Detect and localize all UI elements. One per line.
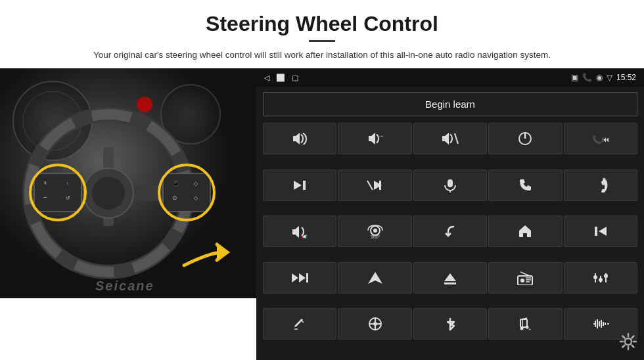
- radio-button[interactable]: [488, 262, 562, 294]
- bluetooth-button[interactable]: [413, 308, 487, 340]
- begin-learn-button[interactable]: Begin learn: [263, 92, 637, 116]
- power-button[interactable]: [488, 123, 562, 154]
- phone-prev-button[interactable]: 📞⏮: [564, 123, 637, 154]
- svg-rect-54: [518, 276, 532, 285]
- svg-text:+: +: [304, 134, 307, 139]
- settings-gear-icon[interactable]: [619, 332, 637, 355]
- svg-text:◇: ◇: [194, 195, 198, 201]
- svg-point-63: [599, 278, 603, 282]
- svg-text:360°: 360°: [371, 235, 380, 238]
- svg-marker-48: [292, 273, 298, 282]
- svg-text:📢: 📢: [302, 234, 308, 238]
- vol-up-button[interactable]: +: [263, 123, 336, 154]
- wifi-status-icon: ▽: [607, 73, 612, 82]
- vol-down-button[interactable]: −: [338, 123, 411, 154]
- svg-rect-36: [303, 181, 306, 190]
- svg-text:◇: ◇: [194, 181, 198, 187]
- microphone-button[interactable]: [413, 169, 487, 201]
- svg-marker-51: [368, 272, 382, 284]
- svg-text:📱: 📱: [172, 179, 180, 187]
- audio-output-button[interactable]: 📢: [263, 215, 336, 247]
- svg-text:⊙: ⊙: [172, 194, 177, 201]
- title-divider: [309, 40, 335, 42]
- svg-text:⏮: ⏮: [602, 135, 609, 143]
- status-bar: ◁ ⬜ ▢ ▣ 📞 ◉ ▽ 15:52: [256, 68, 644, 87]
- svg-text:+: +: [528, 327, 531, 331]
- header-section: Steering Wheel Control Your original car…: [0, 0, 644, 68]
- icon-grid: + − 📞⏮: [256, 122, 644, 360]
- svg-rect-19: [163, 173, 210, 212]
- svg-text:↺: ↺: [66, 195, 70, 201]
- android-screen: ◁ ⬜ ▢ ▣ 📞 ◉ ▽ 15:52 Begin learn: [256, 68, 644, 360]
- phone-end-button[interactable]: [564, 169, 637, 201]
- time-display: 15:52: [616, 73, 636, 82]
- page-wrapper: Steering Wheel Control Your original car…: [0, 0, 644, 360]
- edit-button[interactable]: [263, 308, 336, 340]
- svg-point-4: [137, 97, 152, 112]
- svg-rect-50: [306, 273, 308, 282]
- svg-text:−: −: [43, 194, 47, 201]
- prev-track-button[interactable]: [564, 215, 637, 247]
- svg-point-64: [604, 274, 608, 278]
- back-button[interactable]: [413, 215, 487, 247]
- svg-point-68: [373, 322, 377, 326]
- steering-wheel-image: + ↑ − ↺ 📱 ◇ ⊙ ◇ Seicane: [0, 68, 256, 298]
- svg-point-44: [373, 229, 377, 233]
- content-row: + ↑ − ↺ 📱 ◇ ⊙ ◇ Seicane: [0, 68, 644, 360]
- cancel-next-button[interactable]: [338, 169, 411, 201]
- next-track-button[interactable]: [263, 169, 336, 201]
- svg-marker-52: [444, 273, 456, 281]
- recent-icon[interactable]: ▢: [292, 74, 298, 82]
- svg-line-30: [455, 133, 458, 144]
- home-button[interactable]: [488, 215, 562, 247]
- camera-360-button[interactable]: 360°: [338, 215, 411, 247]
- svg-marker-46: [599, 227, 607, 236]
- status-right-icons: ▣ 📞 ◉ ▽ 15:52: [571, 73, 636, 82]
- svg-rect-53: [444, 282, 456, 284]
- svg-rect-40: [448, 179, 453, 187]
- vol-mute-button[interactable]: [413, 123, 487, 154]
- phone-status-icon: 📞: [582, 73, 592, 82]
- svg-text:+: +: [43, 179, 47, 187]
- equalizer-button[interactable]: [564, 262, 637, 294]
- svg-point-55: [520, 279, 524, 282]
- svg-text:Seicane: Seicane: [95, 279, 154, 293]
- location-status-icon: ◉: [596, 73, 603, 82]
- phone-call-button[interactable]: [488, 169, 562, 201]
- svg-rect-14: [34, 173, 81, 212]
- svg-rect-47: [595, 227, 597, 236]
- svg-marker-49: [299, 273, 306, 282]
- subtitle-text: Your original car's steering wheel contr…: [66, 49, 578, 62]
- back-icon[interactable]: ◁: [264, 74, 269, 82]
- svg-point-75: [520, 327, 524, 330]
- steering-control-button[interactable]: [338, 308, 411, 340]
- status-left-icons: ◁ ⬜ ▢: [264, 74, 298, 82]
- svg-line-37: [367, 181, 373, 190]
- svg-text:−: −: [380, 133, 383, 139]
- begin-learn-row: Begin learn: [256, 87, 644, 122]
- fast-forward-button[interactable]: [263, 262, 336, 294]
- eject-button[interactable]: [413, 262, 487, 294]
- svg-marker-35: [294, 181, 302, 190]
- signal-icon: ▣: [571, 73, 578, 82]
- svg-point-87: [625, 338, 632, 345]
- music-button[interactable]: +: [488, 308, 562, 340]
- svg-point-62: [593, 275, 597, 279]
- home-icon[interactable]: ⬜: [276, 74, 285, 82]
- svg-text:📞: 📞: [592, 135, 602, 145]
- svg-point-13: [92, 177, 125, 210]
- svg-rect-39: [379, 181, 381, 190]
- svg-text:↑: ↑: [66, 181, 68, 187]
- navigation-button[interactable]: [338, 262, 411, 294]
- page-title: Steering Wheel Control: [39, 12, 605, 36]
